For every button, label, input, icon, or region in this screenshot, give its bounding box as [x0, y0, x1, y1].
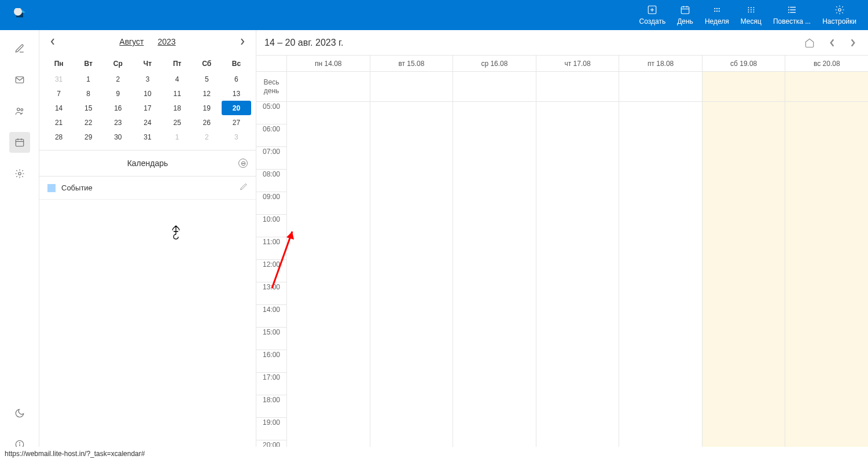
allday-cell[interactable]: [536, 72, 619, 101]
date-range: 14 – 20 авг. 2023 г.: [264, 38, 343, 48]
allday-cell[interactable]: [702, 72, 785, 101]
day-header[interactable]: пт 18.08: [619, 56, 702, 71]
day-header[interactable]: пн 14.08: [286, 56, 370, 71]
hour-label: 08:00: [256, 170, 286, 192]
mini-day[interactable]: 22: [73, 115, 103, 130]
grid-day-column[interactable]: [536, 102, 619, 463]
day-header[interactable]: вс 20.08: [785, 56, 868, 71]
view-week-button[interactable]: Неделя: [699, 1, 735, 29]
hour-label: 05:00: [256, 102, 286, 124]
allday-cell[interactable]: [453, 72, 536, 101]
allday-cell[interactable]: [370, 72, 453, 101]
app-logo: [0, 8, 39, 22]
mini-day[interactable]: 25: [163, 115, 192, 130]
mini-day[interactable]: 20: [222, 101, 251, 115]
mini-day[interactable]: 23: [103, 115, 133, 130]
nav-prev[interactable]: [829, 38, 836, 47]
mini-day[interactable]: 2: [103, 72, 133, 86]
mini-day[interactable]: 31: [44, 72, 73, 86]
mini-day[interactable]: 17: [133, 101, 162, 115]
mini-day[interactable]: 11: [163, 86, 192, 101]
mini-day[interactable]: 1: [163, 130, 192, 144]
grid-day-column[interactable]: [453, 102, 536, 463]
mini-day[interactable]: 31: [133, 130, 162, 144]
hour-label: 06:00: [256, 124, 286, 147]
mini-day[interactable]: 16: [103, 101, 133, 115]
mini-day[interactable]: 8: [73, 86, 103, 101]
rail-calendar[interactable]: [9, 132, 30, 153]
svg-point-15: [718, 10, 719, 12]
mini-month[interactable]: Август: [119, 37, 144, 46]
hour-label: 07:00: [256, 147, 286, 170]
mini-day[interactable]: 13: [222, 86, 251, 101]
allday-cell[interactable]: [286, 72, 370, 101]
grid-day-column[interactable]: [619, 102, 702, 463]
nav-next[interactable]: [849, 38, 856, 47]
mini-day[interactable]: 18: [163, 101, 192, 115]
mini-day[interactable]: 27: [222, 115, 251, 130]
grid-day-column[interactable]: [370, 102, 453, 463]
svg-point-24: [753, 12, 754, 13]
nav-today[interactable]: [804, 38, 815, 48]
rail-theme-icon[interactable]: [9, 403, 30, 424]
mini-day[interactable]: 15: [73, 101, 103, 115]
mini-weekday: Пт: [163, 56, 192, 72]
allday-cell[interactable]: [785, 72, 868, 101]
rail-settings[interactable]: [9, 163, 30, 184]
time-grid[interactable]: 05:0006:0007:0008:0009:0010:0011:0012:00…: [256, 102, 868, 463]
mini-day[interactable]: 14: [44, 101, 73, 115]
hour-label: 12:00: [256, 260, 286, 282]
mini-day[interactable]: 28: [44, 130, 73, 144]
mini-day[interactable]: 21: [44, 115, 73, 130]
day-headers: пн 14.08вт 15.08ср 16.08чт 17.08пт 18.08…: [256, 56, 868, 72]
rail-compose[interactable]: [9, 38, 30, 59]
settings-button[interactable]: Настройки: [816, 1, 862, 29]
svg-point-18: [753, 7, 754, 8]
edit-calendar-icon[interactable]: [240, 183, 248, 193]
mini-day[interactable]: 12: [192, 86, 222, 101]
mini-year[interactable]: 2023: [157, 37, 175, 46]
day-header[interactable]: вт 15.08: [370, 56, 453, 71]
day-header[interactable]: чт 17.08: [536, 56, 619, 71]
day-header[interactable]: сб 19.08: [702, 56, 785, 71]
day-header[interactable]: ср 16.08: [453, 56, 536, 71]
calendars-collapse-icon[interactable]: ⊖: [238, 159, 248, 168]
hour-label: 15:00: [256, 328, 286, 350]
grid-day-column[interactable]: [286, 102, 370, 463]
allday-cell[interactable]: [619, 72, 702, 101]
calendar-item[interactable]: Событие: [39, 177, 256, 200]
mini-day[interactable]: 30: [103, 130, 133, 144]
mini-day[interactable]: 9: [103, 86, 133, 101]
svg-point-13: [714, 10, 715, 12]
rail-contacts[interactable]: [9, 101, 30, 122]
grid-day-column[interactable]: [785, 102, 868, 463]
mini-day[interactable]: 3: [222, 130, 251, 144]
mini-day[interactable]: 19: [192, 101, 222, 115]
mini-day[interactable]: 3: [133, 72, 162, 86]
mini-day[interactable]: 2: [192, 130, 222, 144]
hour-label: 18:00: [256, 395, 286, 418]
mini-next[interactable]: [237, 36, 248, 47]
mini-day[interactable]: 7: [44, 86, 73, 101]
topbar-actions: Создать День Неделя Месяц Повестка ... Н…: [634, 1, 868, 29]
view-month-button[interactable]: Месяц: [735, 1, 767, 29]
grid-day-column[interactable]: [702, 102, 785, 463]
create-button[interactable]: Создать: [634, 1, 672, 29]
hour-label: 09:00: [256, 192, 286, 215]
mini-day[interactable]: 6: [222, 72, 251, 86]
view-day-button[interactable]: День: [671, 1, 699, 29]
mini-day[interactable]: 10: [133, 86, 162, 101]
mini-prev[interactable]: [47, 36, 58, 47]
mini-day[interactable]: 24: [133, 115, 162, 130]
mini-weekday: Вс: [222, 56, 251, 72]
view-agenda-button[interactable]: Повестка ...: [767, 1, 816, 29]
svg-point-19: [748, 9, 749, 10]
mini-day[interactable]: 29: [73, 130, 103, 144]
svg-point-39: [18, 172, 21, 175]
mini-day[interactable]: 5: [192, 72, 222, 86]
mini-day[interactable]: 26: [192, 115, 222, 130]
mini-day[interactable]: 1: [73, 72, 103, 86]
rail-mail[interactable]: [9, 69, 30, 90]
mini-day[interactable]: 4: [163, 72, 192, 86]
main-header: 14 – 20 авг. 2023 г.: [256, 30, 868, 56]
